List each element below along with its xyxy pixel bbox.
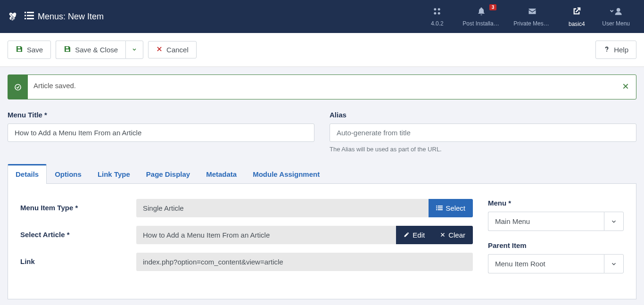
clear-article-button[interactable]: Clear <box>432 226 473 244</box>
menu-title-label: Menu Title * <box>8 111 314 119</box>
save-button[interactable]: Save <box>8 41 51 59</box>
menu-select[interactable]: Main Menu <box>488 212 624 231</box>
menu-title-input[interactable] <box>8 124 314 142</box>
admin-header: Menus: New Item 4.0.2 3 Post Installat… … <box>0 0 644 33</box>
tab-page-display[interactable]: Page Display <box>138 164 198 184</box>
menu-item-type-label: Menu Item Type * <box>20 199 127 212</box>
svg-rect-2 <box>25 15 26 16</box>
svg-rect-17 <box>438 209 443 210</box>
parent-field: Parent Item Menu Item Root <box>488 241 624 273</box>
tab-metadata[interactable]: Metadata <box>198 164 245 184</box>
alert-close-button[interactable] <box>615 75 636 99</box>
chevron-down-icon <box>604 254 624 273</box>
svg-point-9 <box>438 12 440 14</box>
svg-rect-0 <box>25 12 26 13</box>
parent-select-value: Menu Item Root <box>488 254 604 273</box>
help-button[interactable]: Help <box>595 41 636 59</box>
alias-input[interactable] <box>330 124 636 142</box>
details-main-column: Menu Item Type * Single Article Select <box>20 199 473 284</box>
header-item-usermenu[interactable]: User Menu <box>595 2 636 31</box>
alert-message: Article saved. <box>28 75 615 99</box>
svg-rect-13 <box>438 206 443 206</box>
header-item-version[interactable]: 4.0.2 <box>418 2 456 31</box>
parent-select[interactable]: Menu Item Root <box>488 254 624 273</box>
joomla-logo-icon[interactable] <box>8 11 18 23</box>
save-icon <box>16 45 23 54</box>
content-area: Article saved. Menu Title * Alias The Al… <box>0 67 644 305</box>
page-title: Menus: New Item <box>38 12 104 22</box>
svg-rect-12 <box>436 206 437 206</box>
link-value: index.php?option=com_content&view=articl… <box>136 253 473 271</box>
cancel-button[interactable]: Cancel <box>148 41 197 58</box>
save-icon <box>64 45 71 54</box>
menu-title-group: Menu Title * <box>8 111 314 153</box>
joomla-small-icon <box>432 7 442 18</box>
menu-select-label: Menu * <box>488 199 624 207</box>
question-icon <box>603 45 610 54</box>
header-item-postinstall[interactable]: 3 Post Installat… <box>456 2 507 31</box>
link-label: Link <box>20 253 127 265</box>
menu-item-type-value: Single Article <box>136 199 429 217</box>
check-circle-icon <box>8 75 28 99</box>
select-article-label: Select Article * <box>20 226 127 239</box>
success-alert: Article saved. <box>8 74 636 99</box>
svg-rect-3 <box>27 15 34 16</box>
select-type-button[interactable]: Select <box>429 199 473 217</box>
tab-link-type[interactable]: Link Type <box>90 164 138 184</box>
menu-item-type-row: Menu Item Type * Single Article Select <box>20 199 473 217</box>
svg-rect-5 <box>27 18 34 19</box>
times-icon <box>156 46 163 54</box>
tab-details[interactable]: Details <box>8 164 47 184</box>
chevron-down-icon <box>604 212 624 231</box>
header-item-messages[interactable]: Private Mess… <box>507 2 558 31</box>
header-left: Menus: New Item <box>8 11 104 23</box>
edit-article-button[interactable]: Edit <box>396 226 432 244</box>
notification-badge: 3 <box>489 4 497 10</box>
tab-module-assignment[interactable]: Module Assignment <box>245 164 328 184</box>
svg-rect-4 <box>25 18 26 19</box>
envelope-icon <box>528 7 537 18</box>
page-title-wrap: Menus: New Item <box>25 11 104 22</box>
bell-icon <box>477 7 486 18</box>
svg-point-8 <box>434 12 437 14</box>
tab-options[interactable]: Options <box>47 164 90 184</box>
alias-help-text: The Alias will be used as part of the UR… <box>330 146 636 153</box>
title-alias-row: Menu Title * Alias The Alias will be use… <box>8 111 636 153</box>
select-article-value: How to Add a Menu Item From an Article <box>136 226 396 244</box>
list-icon <box>436 204 443 212</box>
list-icon <box>25 11 34 22</box>
pencil-icon <box>404 231 410 239</box>
save-dropdown-button[interactable] <box>125 41 143 59</box>
svg-point-6 <box>434 8 437 10</box>
chevron-down-icon <box>132 46 137 54</box>
times-icon <box>440 231 446 239</box>
header-right: 4.0.2 3 Post Installat… Private Mess… ba… <box>418 2 636 31</box>
menu-select-value: Main Menu <box>488 212 604 231</box>
details-panel: Menu Item Type * Single Article Select <box>8 184 636 299</box>
alias-group: Alias The Alias will be used as part of … <box>330 111 636 153</box>
svg-rect-15 <box>438 207 443 208</box>
toolbar: Save Save & Close Cancel Help <box>0 33 644 67</box>
details-side-column: Menu * Main Menu Parent Item Menu Item R… <box>488 199 624 284</box>
svg-point-10 <box>616 8 620 12</box>
menu-field: Menu * Main Menu <box>488 199 624 231</box>
svg-rect-14 <box>436 207 437 208</box>
alias-label: Alias <box>330 111 636 119</box>
external-link-icon <box>571 6 582 19</box>
save-close-group: Save & Close <box>56 41 143 59</box>
user-chevron-icon <box>610 7 623 18</box>
header-item-site[interactable]: basic4 <box>558 2 595 31</box>
svg-rect-16 <box>436 209 437 210</box>
svg-point-7 <box>438 8 440 10</box>
select-article-row: Select Article * How to Add a Menu Item … <box>20 226 473 244</box>
save-close-button[interactable]: Save & Close <box>56 41 125 59</box>
svg-rect-1 <box>27 12 34 13</box>
parent-select-label: Parent Item <box>488 241 624 249</box>
tabs-nav: Details Options Link Type Page Display M… <box>8 164 636 184</box>
link-row: Link index.php?option=com_content&view=a… <box>20 253 473 271</box>
